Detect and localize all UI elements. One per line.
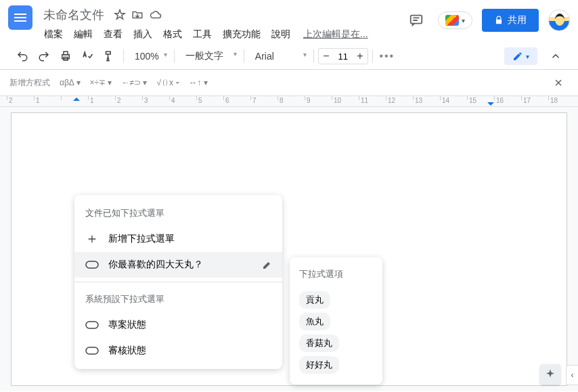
svg-rect-2: [64, 51, 68, 55]
option-chip[interactable]: 貢丸: [299, 291, 330, 309]
spellcheck-button[interactable]: [77, 46, 97, 66]
edit-icon[interactable]: [262, 259, 273, 270]
cloud-icon[interactable]: [149, 9, 162, 21]
eq-root[interactable]: √⟮⟯x ▾: [156, 78, 179, 87]
doc-title[interactable]: 未命名文件: [39, 5, 108, 24]
dp-section-preset: 系統預設下拉式選單: [74, 286, 282, 312]
editing-mode-button[interactable]: ▾: [504, 47, 537, 65]
equation-toolbar: 新增方程式 αβΔ ▾ ×÷∓ ▾ ←≠⊃ ▾ √⟮⟯x ▾ ↔↑ ▾ ×: [0, 70, 578, 96]
plus-icon: [85, 234, 99, 244]
toolbar: 100% 一般文字 Arial − 11 + ••• ▾: [0, 43, 578, 70]
font-select[interactable]: Arial: [248, 48, 309, 64]
font-size-value[interactable]: 11: [334, 51, 353, 62]
dropdown-options-panel: 下拉式選項 貢丸 魚丸 香菇丸 好好丸: [290, 257, 382, 385]
menu-tools[interactable]: 工具: [188, 26, 217, 43]
side-panel-toggle[interactable]: ‹: [566, 365, 578, 385]
add-dropdown-item[interactable]: 新增下拉式選單: [74, 226, 282, 252]
eq-arrows[interactable]: ↔↑ ▾: [189, 78, 207, 87]
eq-greek[interactable]: αβΔ ▾: [60, 78, 81, 87]
print-button[interactable]: [55, 46, 76, 66]
lock-icon: [494, 16, 504, 25]
close-icon[interactable]: ×: [548, 72, 569, 93]
svg-rect-5: [86, 322, 98, 328]
more-tools-icon[interactable]: •••: [377, 46, 397, 66]
meet-icon: [445, 15, 459, 26]
last-edit-link[interactable]: 上次編輯是在...: [303, 28, 368, 41]
menu-edit[interactable]: 編輯: [69, 26, 97, 43]
options-header: 下拉式選項: [290, 264, 382, 287]
dropdown-menu-panel: 文件已知下拉式選單 新增下拉式選單 你最喜歡的四大天丸？ 系統預設下拉式選單 專…: [74, 195, 282, 369]
chip-icon: [85, 321, 99, 329]
ruler[interactable]: 21123456789101112131415161718: [0, 96, 578, 107]
move-icon[interactable]: [131, 9, 143, 21]
menu-addons[interactable]: 擴充功能: [218, 26, 265, 43]
indent-marker-right[interactable]: [487, 102, 494, 106]
meet-button[interactable]: ▾: [438, 12, 472, 29]
preset-review-status[interactable]: 審核狀態: [74, 338, 282, 364]
avatar[interactable]: [548, 9, 570, 31]
font-size-increase[interactable]: +: [353, 49, 368, 64]
svg-rect-4: [86, 261, 98, 268]
custom-dropdown-item[interactable]: 你最喜歡的四大天丸？: [74, 252, 282, 278]
eq-relations[interactable]: ←≠⊃ ▾: [121, 78, 147, 87]
chip-icon: [85, 347, 99, 355]
chip-icon: [85, 261, 99, 269]
svg-rect-6: [86, 347, 98, 354]
share-label: 共用: [508, 14, 527, 26]
docs-logo[interactable]: [8, 5, 32, 30]
paint-format-button[interactable]: [99, 46, 119, 66]
style-select[interactable]: 一般文字: [179, 47, 240, 65]
preset-project-status[interactable]: 專案狀態: [74, 312, 282, 338]
menu-bar: 檔案 編輯 查看 插入 格式 工具 擴充功能 說明 上次編輯是在...: [39, 26, 404, 43]
add-dropdown-label: 新增下拉式選單: [108, 233, 175, 245]
option-chip[interactable]: 魚丸: [299, 313, 330, 330]
option-chip[interactable]: 香菇丸: [299, 334, 339, 352]
redo-button[interactable]: [34, 46, 54, 66]
new-equation-button[interactable]: 新增方程式: [9, 77, 50, 89]
explore-button[interactable]: [540, 364, 560, 385]
option-chip[interactable]: 好好丸: [299, 356, 339, 374]
star-icon[interactable]: [114, 9, 126, 21]
share-button[interactable]: 共用: [482, 9, 539, 32]
menu-insert[interactable]: 插入: [129, 26, 157, 43]
comments-icon[interactable]: [404, 8, 428, 32]
pencil-icon: [512, 51, 523, 62]
eq-operators[interactable]: ×÷∓ ▾: [90, 78, 112, 87]
indent-marker-left[interactable]: [73, 97, 80, 101]
collapse-icon[interactable]: [546, 46, 566, 66]
font-size-control: − 11 +: [318, 48, 368, 64]
svg-rect-0: [411, 16, 422, 24]
menu-format[interactable]: 格式: [158, 26, 187, 43]
zoom-select[interactable]: 100%: [128, 48, 170, 64]
menu-view[interactable]: 查看: [99, 26, 127, 43]
undo-button[interactable]: [12, 46, 32, 66]
preset2-label: 審核狀態: [108, 345, 146, 357]
menu-file[interactable]: 檔案: [39, 26, 68, 43]
preset1-label: 專案狀態: [108, 319, 146, 331]
custom-dropdown-label: 你最喜歡的四大天丸？: [108, 259, 203, 271]
menu-help[interactable]: 說明: [267, 26, 295, 43]
dp-section-known: 文件已知下拉式選單: [74, 200, 282, 226]
font-size-decrease[interactable]: −: [319, 49, 334, 64]
